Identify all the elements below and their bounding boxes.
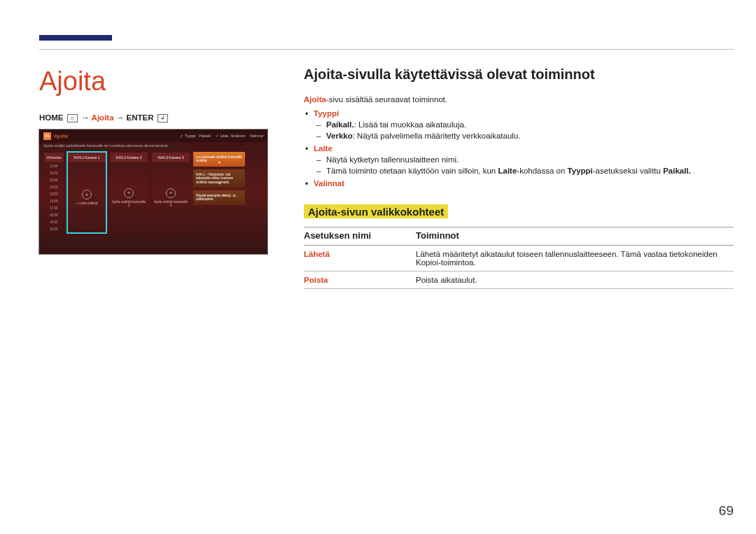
table-cell-desc: Poista aikataulut. — [416, 272, 734, 289]
ui-hint-box: Luo kanavalle sisältöä lisäämällä sisält… — [193, 152, 245, 167]
ui-channel-header: KAN.2 Kanava 2 — [109, 152, 148, 163]
ui-time-slot: 14:00 — [43, 184, 64, 191]
path-arrow: → — [81, 113, 90, 122]
layout: Ajoita HOME ⌂ → Ajoita → ENTER 31 Ajoita… — [39, 66, 734, 492]
chevron-down-icon: ▾ — [193, 160, 245, 165]
table-cell-name: Poista — [304, 272, 416, 289]
table-row: PoistaPoista aikataulut. — [304, 272, 734, 289]
ui-screenshot: 31 Ajoita ✓ Tyyppi : Paikall. ✓ Laite: S… — [39, 129, 267, 254]
ui-time-slot: 12:00 — [43, 170, 64, 177]
ui-channel-body: ++ Lisää sisältöä — [67, 163, 106, 233]
ui-topbar: 31 Ajoita ✓ Tyyppi : Paikall. ✓ Laite: S… — [39, 129, 267, 142]
feature-list: Tyyppi Paikall.: Lisää tai muokkaa aikat… — [304, 109, 734, 188]
list-item: Näytä kytketyn tallennuslaitteen nimi. — [314, 155, 734, 164]
plus-icon: + — [82, 190, 92, 199]
ui-channel-column: KAN.1 Kanava 1++ Lisää sisältöä — [67, 152, 106, 233]
plus-icon: + — [124, 188, 134, 198]
ui-channel-column: KAN.2 Kanava 2+Ajoita sisältöä kanavalle… — [109, 152, 148, 233]
home-icon: ⌂ — [67, 114, 78, 122]
list-item: Tämä toiminto otetaan käyttöön vain sill… — [314, 167, 734, 175]
ui-time-slot: 13:00 — [43, 177, 64, 184]
ui-subtitle: Ajoita sisältö paikalliselle kanavalle t… — [39, 142, 267, 152]
ui-time-slot: 11:00 — [43, 163, 64, 170]
right-column: Ajoita-sivulla käytettävissä olevat toim… — [304, 66, 734, 492]
ui-channel-body: +Ajoita sisältöä kanavalle 2 — [109, 163, 148, 233]
list-item: Valinnat — [304, 179, 734, 188]
ui-device-indicator: ✓ Laite: Sisäinen — [216, 134, 246, 138]
top-rule — [39, 49, 734, 50]
table-cell-desc: Lähetä määritetyt aikataulut toiseen tal… — [416, 246, 734, 272]
ui-channel-header: KAN.3 Kanava 3 — [151, 152, 190, 163]
subsection-heading: Ajoita-sivun valikkokohteet — [304, 204, 448, 218]
ui-time-slot: 20:00 — [43, 226, 64, 233]
ui-channel-caption: Ajoita sisältöä kanavalle 2 — [111, 201, 146, 208]
table-header: Asetuksen nimi — [304, 227, 416, 246]
list-item: Laite Näytä kytketyn tallennuslaitteen n… — [304, 144, 734, 175]
ui-right-hints: Luo kanavalle sisältöä lisäämällä sisält… — [193, 152, 245, 233]
page-root: Ajoita HOME ⌂ → Ajoita → ENTER 31 Ajoita… — [0, 0, 756, 534]
ui-time-slot: 19:00 — [43, 219, 64, 226]
settings-table: Asetuksen nimi Toiminnot LähetäLähetä mä… — [304, 227, 734, 289]
ui-channel-caption: Ajoita sisältöä kanavalle 3 — [153, 201, 188, 208]
section-heading: Ajoita-sivulla käytettävissä olevat toim… — [304, 66, 734, 83]
table-cell-name: Lähetä — [304, 246, 416, 272]
ui-channel-body: +Ajoita sisältöä kanavalle 3 — [151, 163, 190, 233]
enter-icon — [158, 114, 168, 122]
table-header: Toiminnot — [416, 227, 734, 246]
calendar-icon: 31 — [43, 132, 51, 140]
breadcrumb-path: HOME ⌂ → Ajoita → ENTER — [39, 113, 277, 122]
chevron-down-icon: ▾ — [193, 181, 245, 186]
accent-bar — [39, 35, 112, 41]
ui-channel-area: KAN.1 Kanava 1++ Lisää sisältöäKAN.2 Kan… — [67, 152, 190, 233]
ui-title: Ajoita — [54, 133, 68, 139]
ui-channel-caption: + Lisää sisältöä — [76, 202, 97, 206]
ui-channel-header: KAN.1 Kanava 1 — [67, 152, 106, 163]
list-item: Verkko: Näytä palvelimella määritetty ve… — [314, 132, 734, 140]
ui-channel-column: KAN.3 Kanava 3+Ajoita sisältöä kanavalle… — [151, 152, 190, 233]
path-home: HOME — [39, 113, 64, 122]
ui-hint-box: Näytää eteenpäin allekirj.- ja päätöspäi… — [193, 190, 245, 205]
page-number: 69 — [719, 503, 734, 519]
path-arrow: → — [116, 113, 125, 122]
list-item: Tyyppi Paikall.: Lisää tai muokkaa aikat… — [304, 109, 734, 140]
ui-time-slot: 18:00 — [43, 212, 64, 219]
ui-body: Viihtoaika 11:0012:0013:0014:0015:0016:0… — [39, 152, 267, 237]
left-column: Ajoita HOME ⌂ → Ajoita → ENTER 31 Ajoita… — [39, 66, 277, 492]
intro-line: Ajoita-sivu sisältää seuraavat toiminnot… — [304, 95, 734, 104]
ui-time-header: Viihtoaika — [43, 152, 64, 163]
path-enter: ENTER — [126, 113, 153, 122]
subsection-heading-wrap: Ajoita-sivun valikkokohteet — [304, 197, 734, 227]
ui-time-column: Viihtoaika 11:0012:0013:0014:0015:0016:0… — [43, 152, 64, 233]
plus-icon: + — [166, 188, 176, 198]
ui-type-indicator: ✓ Tyyppi : Paikall. — [180, 134, 211, 138]
ui-options-link: Valinnat — [250, 134, 263, 138]
ui-hint-box: KAN.1 – Näytettävä. Voit tarkastella val… — [193, 169, 245, 188]
path-section: Ajoita — [92, 113, 114, 122]
ui-time-slot: 16:00 — [43, 198, 64, 205]
list-item: Paikall.: Lisää tai muokkaa aikatauluja. — [314, 120, 734, 129]
table-row: LähetäLähetä määritetyt aikataulut toise… — [304, 246, 734, 272]
page-title: Ajoita — [39, 66, 277, 97]
ui-time-slot: 17:00 — [43, 205, 64, 212]
ui-time-slot: 15:00 — [43, 191, 64, 198]
